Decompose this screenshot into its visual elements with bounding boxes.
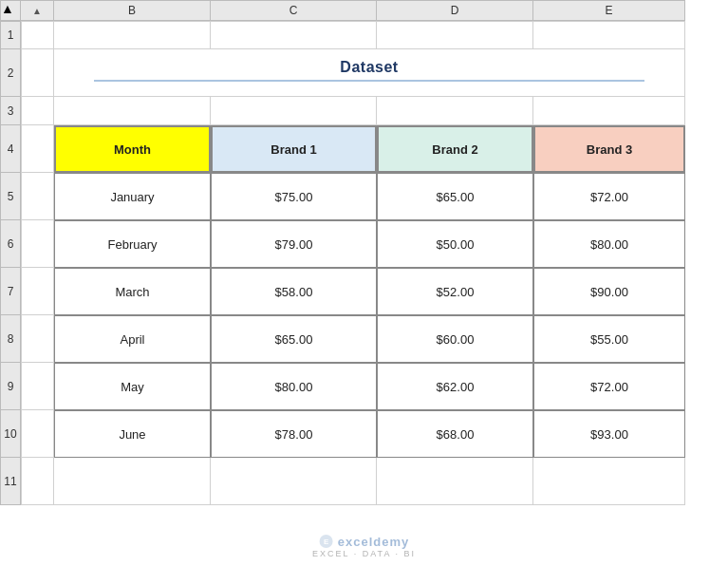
cell-b3-jun[interactable]: $93.00	[533, 410, 685, 458]
month-feb: February	[107, 237, 157, 252]
cell-header-month[interactable]: Month	[54, 125, 211, 173]
title-text: Dataset	[340, 59, 398, 76]
cell-b1[interactable]	[54, 21, 211, 49]
brand2-jan: $65.00	[437, 190, 475, 204]
header-brand3-text: Brand 3	[587, 142, 632, 157]
cells-area: Dataset Month Brand 1	[21, 21, 685, 505]
cell-b2-may[interactable]: $62.00	[377, 363, 533, 410]
cell-title[interactable]: Dataset	[54, 49, 685, 97]
brand2-feb: $50.00	[437, 237, 475, 252]
cell-b3-mar[interactable]: $90.00	[533, 268, 685, 315]
row-10: June $78.00 $68.00 $93.00	[21, 410, 685, 458]
cell-a10[interactable]	[21, 410, 54, 458]
cell-d3[interactable]	[377, 97, 533, 125]
row-num-9[interactable]: 9	[0, 363, 21, 410]
cell-b2-apr[interactable]: $60.00	[377, 315, 533, 363]
cell-e1[interactable]	[533, 21, 685, 49]
brand2-mar: $52.00	[437, 285, 475, 299]
cell-header-brand3[interactable]: Brand 3	[533, 125, 685, 173]
cell-b1-mar[interactable]: $58.00	[211, 268, 377, 315]
brand2-may: $62.00	[437, 380, 475, 394]
watermark-icon: E	[319, 534, 334, 549]
cell-a1[interactable]	[21, 21, 54, 49]
brand1-apr: $65.00	[275, 332, 313, 347]
row-3	[21, 97, 685, 125]
cell-month-jan[interactable]: January	[54, 173, 211, 220]
cell-b1-jun[interactable]: $78.00	[211, 410, 377, 458]
month-apr: April	[120, 332, 144, 347]
cell-a7[interactable]	[21, 268, 54, 315]
col-header-b[interactable]: B	[54, 0, 211, 21]
cell-header-brand2[interactable]: Brand 2	[377, 125, 533, 173]
brand1-jun: $78.00	[275, 427, 313, 442]
cell-b3[interactable]	[54, 97, 211, 125]
cell-b3-may[interactable]: $72.00	[533, 363, 685, 410]
cell-a8[interactable]	[21, 315, 54, 363]
row-num-4[interactable]: 4	[0, 125, 21, 173]
cell-b2-feb[interactable]: $50.00	[377, 220, 533, 268]
row-1	[21, 21, 685, 49]
row-11	[21, 458, 685, 505]
header-brand1-text: Brand 1	[271, 142, 316, 157]
cell-a4[interactable]	[21, 125, 54, 173]
cell-b2-mar[interactable]: $52.00	[377, 268, 533, 315]
spreadsheet: ▲ ▲ B C D E 1 2 3 4 5 6 7 8 9 10 11	[0, 0, 728, 566]
cell-b3-jan[interactable]: $72.00	[533, 173, 685, 220]
row-num-10[interactable]: 10	[0, 410, 21, 458]
cell-e11[interactable]	[533, 458, 685, 505]
row-num-2[interactable]: 2	[0, 49, 21, 97]
row-num-8[interactable]: 8	[0, 315, 21, 363]
cell-c11[interactable]	[211, 458, 377, 505]
row-4: Month Brand 1 Brand 2 Brand 3	[21, 125, 685, 173]
col-header-a[interactable]: ▲	[21, 0, 54, 21]
cell-header-brand1[interactable]: Brand 1	[211, 125, 377, 173]
brand3-mar: $90.00	[590, 285, 628, 299]
month-may: May	[121, 380, 144, 394]
cell-b3-apr[interactable]: $55.00	[533, 315, 685, 363]
brand3-apr: $55.00	[590, 332, 628, 347]
cell-month-apr[interactable]: April	[54, 315, 211, 363]
cell-a3[interactable]	[21, 97, 54, 125]
cell-b3-feb[interactable]: $80.00	[533, 220, 685, 268]
cell-month-feb[interactable]: February	[54, 220, 211, 268]
row-6: February $79.00 $50.00 $80.00	[21, 220, 685, 268]
brand3-jan: $72.00	[590, 190, 628, 204]
cell-b2-jun[interactable]: $68.00	[377, 410, 533, 458]
row-5: January $75.00 $65.00 $72.00	[21, 173, 685, 220]
row-num-6[interactable]: 6	[0, 220, 21, 268]
cell-b1-feb[interactable]: $79.00	[211, 220, 377, 268]
header-brand2-text: Brand 2	[432, 142, 477, 157]
cell-c3[interactable]	[211, 97, 377, 125]
row-num-7[interactable]: 7	[0, 268, 21, 315]
cell-a6[interactable]	[21, 220, 54, 268]
col-header-c[interactable]: C	[211, 0, 377, 21]
row-num-3[interactable]: 3	[0, 97, 21, 125]
brand3-jun: $93.00	[590, 427, 628, 442]
cell-b1-may[interactable]: $80.00	[211, 363, 377, 410]
cell-a9[interactable]	[21, 363, 54, 410]
cell-b2-jan[interactable]: $65.00	[377, 173, 533, 220]
cell-d11[interactable]	[377, 458, 533, 505]
brand3-feb: $80.00	[590, 237, 628, 252]
row-num-5[interactable]: 5	[0, 173, 21, 220]
cell-month-jun[interactable]: June	[54, 410, 211, 458]
svg-text:E: E	[324, 538, 329, 546]
col-header-e[interactable]: E	[533, 0, 685, 21]
row-num-1[interactable]: 1	[0, 21, 21, 49]
brand1-may: $80.00	[275, 380, 313, 394]
cell-d1[interactable]	[377, 21, 533, 49]
cell-b1-apr[interactable]: $65.00	[211, 315, 377, 363]
cell-a2[interactable]	[21, 49, 54, 97]
row-7: March $58.00 $52.00 $90.00	[21, 268, 685, 315]
row-num-11[interactable]: 11	[0, 458, 21, 505]
cell-b1-jan[interactable]: $75.00	[211, 173, 377, 220]
cell-c1[interactable]	[211, 21, 377, 49]
cell-month-mar[interactable]: March	[54, 268, 211, 315]
cell-b11[interactable]	[54, 458, 211, 505]
col-header-d[interactable]: D	[377, 0, 533, 21]
cell-month-may[interactable]: May	[54, 363, 211, 410]
cell-a5[interactable]	[21, 173, 54, 220]
cell-a11[interactable]	[21, 458, 54, 505]
cell-e3[interactable]	[533, 97, 685, 125]
header-month-text: Month	[114, 142, 151, 157]
